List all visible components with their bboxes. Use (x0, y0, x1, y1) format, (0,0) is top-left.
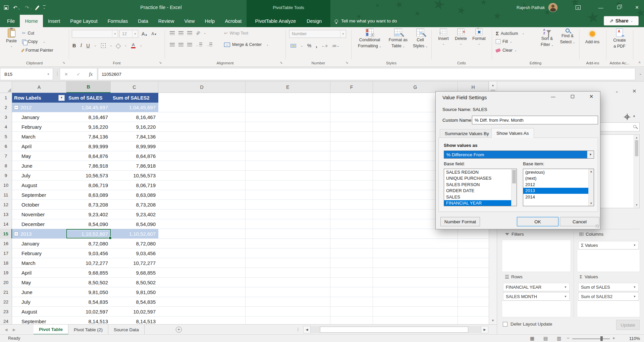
align-right-icon[interactable] (187, 43, 192, 47)
tab-summarize-values-by[interactable]: Summarize Values By (440, 129, 494, 138)
ribbon-tab-pivottable-analyze[interactable]: PivotTable Analyze (250, 15, 302, 27)
cell-A8[interactable]: June (12, 161, 66, 170)
cell-B15[interactable]: 1,10,52,607 (66, 229, 111, 238)
comma-style-icon[interactable]: , (316, 43, 317, 49)
cut-button[interactable]: ✂Cut (22, 31, 34, 36)
cancel-button[interactable]: Cancel (560, 217, 599, 226)
row-number-1[interactable]: 1 (0, 93, 12, 103)
cell-B2[interactable]: 1,04,45,697 (66, 103, 111, 112)
pane-field-item[interactable]: Sum of SALES▼ (578, 283, 639, 291)
ok-button[interactable]: OK (517, 217, 558, 226)
cell-A17[interactable]: February (12, 248, 66, 258)
base-item-option[interactable]: 2014 (523, 194, 594, 200)
cell-C1[interactable]: Sum of SALES2 (111, 93, 158, 103)
zoom-slider-thumb[interactable] (600, 336, 603, 341)
scroll-down-icon[interactable]: ▼ (489, 319, 497, 322)
undo-icon[interactable]: ↶⌄ (13, 5, 20, 10)
cell-A6[interactable]: April (12, 141, 66, 151)
empty-cells[interactable] (158, 287, 489, 297)
horizontal-scrollbar[interactable]: ◀ ▶ (303, 326, 488, 333)
row-number-12[interactable]: 12 (0, 200, 12, 209)
minimize-button[interactable]: — (593, 0, 608, 15)
cell-B21[interactable]: 9,81,050 (66, 287, 111, 297)
cell-A22[interactable]: July (12, 297, 66, 306)
ribbon-tab-formulas[interactable]: Formulas (103, 15, 133, 27)
cell-C7[interactable]: 8,64,876 (111, 151, 158, 161)
increase-indent-icon[interactable]: → (206, 43, 212, 47)
defer-layout-update[interactable]: Defer Layout Update (503, 322, 552, 327)
sheet-nav-right-icon[interactable]: ▶ (13, 325, 15, 335)
align-bottom-icon[interactable] (187, 31, 192, 35)
row-number-17[interactable]: 17 (0, 248, 12, 258)
row-number-3[interactable]: 3 (0, 112, 12, 122)
row-number-14[interactable]: 14 (0, 219, 12, 229)
column-header-B[interactable]: B (66, 81, 111, 93)
share-button[interactable]: ⇗ Share ⌄ (604, 16, 639, 25)
align-middle-icon[interactable] (178, 31, 183, 35)
cell-B17[interactable]: 9,03,456 (66, 248, 111, 258)
cell-B13[interactable]: 9,23,402 (66, 210, 111, 219)
expand-formula-bar-icon[interactable]: ⌄ (639, 71, 642, 76)
rows-drop-area[interactable]: FINANCIAL YEAR▼SALES MONTH▼ (502, 282, 571, 317)
cell-A19[interactable]: April (12, 268, 66, 277)
ribbon-tab-help[interactable]: Help (200, 15, 220, 27)
align-center-icon[interactable] (178, 43, 183, 47)
cell-C4[interactable]: 9,16,220 (111, 122, 158, 131)
decrease-font-icon[interactable]: A▼ (152, 32, 157, 36)
save-icon[interactable] (4, 5, 8, 10)
cell-C21[interactable]: 9,81,050 (111, 287, 158, 297)
dialog-maximize-icon[interactable] (567, 92, 579, 101)
underline-button[interactable]: U (86, 43, 90, 48)
row-number-20[interactable]: 20 (0, 278, 12, 287)
field-list-scrollbar[interactable]: ▲ ▼ (634, 135, 639, 208)
name-box[interactable]: B15▼ (0, 68, 53, 80)
cell-A23[interactable]: August (12, 307, 66, 316)
scroll-right-icon[interactable]: ▶ (481, 326, 488, 333)
cell-A18[interactable]: March (12, 258, 66, 268)
dropdown-caret-icon[interactable]: ▼ (564, 286, 567, 289)
cell-C14[interactable]: 8,54,090 (111, 219, 158, 229)
cell-B4[interactable]: 9,16,220 (66, 122, 111, 131)
copy-button[interactable]: Copy⌄ (22, 39, 45, 44)
cell-styles-button[interactable]: Cell Styles ⌄ (410, 28, 431, 49)
dropdown-caret-icon[interactable]: ▼ (564, 295, 567, 298)
empty-cells[interactable] (158, 297, 489, 306)
cell-B16[interactable]: 8,72,080 (66, 239, 111, 248)
align-top-icon[interactable] (170, 31, 175, 35)
pane-field-item[interactable]: Σ Values▼ (578, 241, 639, 249)
cell-C2[interactable]: 1,04,45,697 (111, 103, 158, 112)
cell-B5[interactable]: 7,84,136 (66, 132, 111, 141)
cell-C20[interactable]: 8,50,502 (111, 278, 158, 287)
cell-B22[interactable]: 8,54,835 (66, 297, 111, 306)
cell-C18[interactable]: 10,72,277 (111, 258, 158, 268)
dropdown-caret-icon[interactable]: ▼ (633, 295, 636, 298)
base-item-option[interactable]: 2012 (523, 181, 594, 188)
tab-show-values-as[interactable]: Show Values As (491, 128, 534, 138)
sheet-tab-pivot-table[interactable]: Pivot Table (34, 325, 68, 335)
pane-chevron-down-icon[interactable]: ⌄ (615, 89, 619, 94)
tell-me-box[interactable]: Tell me what you want to do (335, 15, 397, 27)
pane-field-item[interactable]: Sum of SALES2▼ (578, 292, 639, 301)
zoom-percentage[interactable]: 110% (620, 336, 640, 341)
cell-B19[interactable]: 9,68,855 (66, 268, 111, 277)
collapse-button[interactable]: − (14, 105, 18, 110)
page-break-view-icon[interactable]: ▥ (557, 336, 561, 341)
cell-A12[interactable]: October (12, 200, 66, 209)
column-header-E[interactable]: E (246, 81, 330, 93)
cell-C10[interactable]: 8,06,719 (111, 180, 158, 190)
row-number-22[interactable]: 22 (0, 297, 12, 306)
insert-cells-button[interactable]: ← Insert⌄ (435, 28, 452, 46)
ribbon-tab-view[interactable]: View (179, 15, 200, 27)
row-number-18[interactable]: 18 (0, 258, 12, 268)
ribbon-tab-acrobat[interactable]: Acrobat (220, 15, 247, 27)
column-header-F[interactable]: F (330, 81, 373, 93)
cell-C24[interactable]: 8,14,513 (111, 317, 158, 324)
base-item-scroll-down-icon[interactable]: ▼ (589, 202, 594, 205)
cell-B1[interactable]: Sum of SALES (66, 93, 111, 103)
zoom-slider[interactable] (572, 338, 610, 339)
empty-cells[interactable] (158, 229, 489, 238)
cell-A16[interactable]: January (12, 239, 66, 248)
ribbon-tab-data[interactable]: Data (133, 15, 153, 27)
column-header-A[interactable]: A (12, 81, 66, 93)
bold-button[interactable]: B (72, 43, 76, 48)
